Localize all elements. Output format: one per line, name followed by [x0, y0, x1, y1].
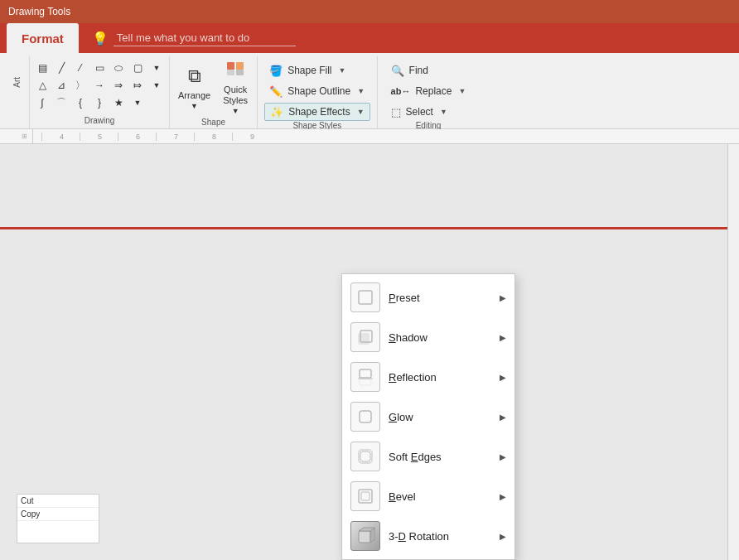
- line-icon[interactable]: ╱: [52, 60, 70, 76]
- ruler-mark-6: 6: [118, 133, 156, 141]
- soft-edges-icon-box: [350, 442, 380, 471]
- rounded-rect-icon[interactable]: ▢: [128, 60, 147, 76]
- shape-effects-button[interactable]: ✨ Shape Effects ▼: [264, 103, 370, 121]
- shape-outline-button[interactable]: ✏️ Shape Outline ▼: [264, 82, 370, 100]
- arrange-arrow: ▼: [191, 102, 198, 112]
- find-label: Find: [409, 65, 428, 76]
- menu-item-soft-edges[interactable]: Soft Edges ▶: [342, 437, 514, 476]
- ribbon-search[interactable]: 💡: [92, 30, 296, 46]
- rtriangle-icon[interactable]: ⊿: [52, 77, 70, 94]
- bevel-arrow: ▶: [500, 492, 506, 501]
- soft-edges-arrow: ▶: [500, 452, 506, 461]
- freeform-icon[interactable]: ∫: [33, 94, 51, 111]
- select-arrow: ▼: [440, 108, 447, 116]
- soft-edges-label: Soft Edges: [389, 451, 491, 463]
- title-bar: Drawing Tools: [0, 0, 739, 23]
- find-button[interactable]: 🔍 Find: [384, 61, 473, 80]
- rect-icon[interactable]: ▭: [90, 60, 109, 76]
- quick-styles-arrow: ▼: [232, 107, 239, 117]
- arrange-button[interactable]: ⧉ Arrange ▼: [173, 58, 215, 118]
- quick-styles-button[interactable]: Quick Styles ▼: [217, 58, 254, 118]
- replace-arrow: ▼: [458, 87, 466, 95]
- reflection-icon-box: [350, 362, 380, 392]
- toolbar-group-shape-styles-left: ⧉ Arrange ▼ Quick Styles ▼ Shape: [170, 56, 258, 128]
- arrow3-icon[interactable]: ⤇: [128, 77, 147, 94]
- svg-rect-7: [360, 369, 371, 378]
- bevel-icon-box: [350, 481, 380, 511]
- search-input[interactable]: [114, 30, 296, 46]
- star-icon[interactable]: ★: [109, 94, 128, 111]
- svg-rect-1: [236, 62, 244, 70]
- svg-rect-15: [359, 531, 370, 543]
- brace-l-icon[interactable]: {: [71, 94, 89, 111]
- ruler-mark-7: 7: [156, 133, 194, 141]
- drawing-group-label: Drawing: [85, 116, 115, 127]
- curve-icon[interactable]: ⌒: [52, 94, 70, 111]
- reflection-label: Reflection: [389, 371, 491, 384]
- small-panel-cut: Cut: [17, 495, 99, 508]
- quick-styles-icon: [225, 60, 245, 84]
- shape-fill-button[interactable]: 🪣 Shape Fill ▼: [264, 61, 370, 80]
- preset-label: Preset: [389, 292, 491, 304]
- bevel-label: Bevel: [389, 490, 491, 503]
- svg-rect-10: [360, 411, 371, 422]
- shape-effects-menu: Preset ▶ Shadow ▶ Reflect: [341, 273, 515, 560]
- svg-rect-12: [360, 451, 370, 461]
- title-text: Drawing Tools: [8, 6, 70, 17]
- ruler-corner: ⊞: [22, 133, 27, 140]
- 3d-rotation-label: 3-D Rotation: [389, 530, 491, 543]
- menu-item-bevel[interactable]: Bevel ▶: [342, 476, 514, 516]
- menu-item-3d-rotation[interactable]: 3-D Rotation ▶: [342, 516, 514, 556]
- format-tab[interactable]: Format: [7, 23, 79, 53]
- scroll-icon[interactable]: ▼: [147, 60, 166, 76]
- scroll2-icon[interactable]: ▼: [147, 77, 166, 94]
- shadow-icon-box: [350, 322, 380, 352]
- shape-effects-arrow: ▼: [357, 108, 365, 116]
- ruler-marks: 4 5 6 7 8 9: [41, 133, 270, 141]
- shadow-arrow: ▶: [500, 333, 506, 342]
- svg-rect-13: [359, 490, 372, 503]
- chevron-icon[interactable]: 〉: [71, 77, 89, 94]
- text-box-icon[interactable]: ▤: [33, 60, 51, 76]
- line2-icon[interactable]: ∕: [71, 60, 89, 76]
- slide-line: [0, 227, 739, 229]
- small-panel: Cut Copy: [17, 494, 99, 543]
- replace-button[interactable]: ab↔ Replace ▼: [384, 82, 473, 100]
- soft-edges-preview-icon: [355, 447, 375, 466]
- menu-item-shadow[interactable]: Shadow ▶: [342, 317, 514, 357]
- toolbar-group-art: Art: [5, 56, 30, 128]
- effects-icon: ✨: [270, 106, 283, 118]
- bevel-preview-icon: [355, 486, 375, 506]
- ruler-mark-4: 4: [41, 133, 80, 141]
- toolbar: Art ▤ ╱ ∕ ▭ ⬭ ▢ ▼ △ ⊿ 〉 → ⇒ ⤇ ▼ ∫ ⌒ { } …: [0, 53, 739, 129]
- select-icon: ⬚: [391, 106, 401, 118]
- glow-icon-box: [350, 402, 380, 432]
- glow-preview-icon: [355, 407, 375, 427]
- 3d-rotation-preview-icon: [355, 526, 375, 546]
- ruler-mark-5: 5: [80, 133, 118, 141]
- triangle-icon[interactable]: △: [33, 77, 51, 94]
- oval-icon[interactable]: ⬭: [109, 60, 128, 76]
- shape-styles-left-label: Shape: [201, 118, 225, 128]
- select-button[interactable]: ⬚ Select ▼: [384, 103, 473, 121]
- find-icon: 🔍: [391, 65, 404, 77]
- svg-rect-5: [358, 333, 370, 345]
- menu-item-glow[interactable]: Glow ▶: [342, 397, 514, 437]
- 3d-rotation-arrow: ▶: [500, 532, 506, 541]
- vertical-scrollbar[interactable]: [727, 144, 739, 560]
- brace-r-icon[interactable]: }: [90, 94, 109, 111]
- shape-fill-arrow: ▼: [339, 66, 346, 75]
- replace-label: Replace: [415, 85, 452, 97]
- svg-rect-4: [359, 291, 372, 304]
- scroll3-icon[interactable]: ▼: [128, 94, 147, 111]
- shape-outline-arrow: ▼: [357, 87, 365, 95]
- arrow2-icon[interactable]: ⇒: [109, 77, 128, 94]
- reflection-arrow: ▶: [500, 373, 506, 382]
- art-label: Art: [12, 77, 22, 88]
- toolbar-group-shape-actions: 🪣 Shape Fill ▼ ✏️ Shape Outline ▼ ✨ Shap…: [258, 56, 377, 128]
- menu-item-reflection[interactable]: Reflection ▶: [342, 357, 514, 397]
- preset-arrow: ▶: [500, 293, 506, 302]
- ruler-mark-8: 8: [194, 133, 232, 141]
- menu-item-preset[interactable]: Preset ▶: [342, 278, 514, 317]
- arrow-icon[interactable]: →: [90, 77, 109, 94]
